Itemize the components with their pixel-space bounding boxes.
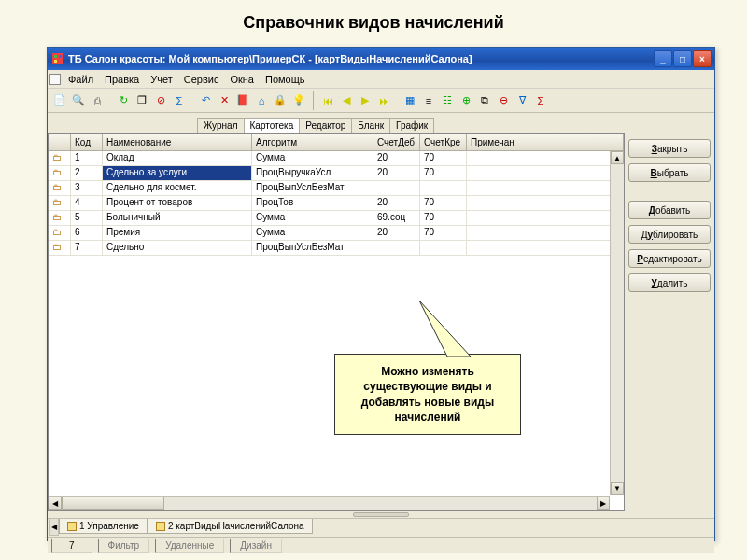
row-handle[interactable]: 🗀 [49,151,71,165]
sum-icon[interactable]: Σ [171,92,188,109]
add-rec-icon[interactable]: ⊕ [458,92,474,109]
next-icon[interactable]: ▶ [357,92,374,109]
cell-deb [374,181,420,195]
table-row[interactable]: 🗀5БольничныйСумма69.соц70 [49,211,624,226]
row-handle[interactable]: 🗀 [49,181,71,195]
cell-note [467,211,624,225]
cross-icon[interactable]: ✕ [216,92,233,109]
dup-rec-icon[interactable]: ⧉ [476,92,493,109]
cancel-icon[interactable]: ⊘ [152,92,169,109]
choose-button[interactable]: Выбрать [628,163,711,182]
open-icon[interactable]: 🔍 [70,92,87,109]
scroll-up-icon[interactable]: ▲ [611,151,624,164]
cell-alg: ПроцТов [252,196,374,210]
undo-icon[interactable]: ↶ [197,92,214,109]
row-handle[interactable]: 🗀 [49,166,71,180]
app-icon [51,52,64,65]
table-row[interactable]: 🗀6ПремияСумма2070 [49,226,624,241]
scroll-thumb[interactable] [62,497,164,510]
row-handle[interactable]: 🗀 [49,211,71,225]
scroll-right-icon[interactable]: ▶ [597,497,610,510]
first-icon[interactable]: ⏮ [319,92,336,109]
cell-kre [420,181,467,195]
row-handle[interactable]: 🗀 [49,196,71,210]
card-icon[interactable]: ☷ [439,92,456,109]
row-handle[interactable]: 🗀 [49,226,71,240]
tab-graphic[interactable]: График [389,118,434,133]
cell-deb: 20 [374,166,420,180]
bulb-icon[interactable]: 💡 [290,92,307,109]
menu-accounting[interactable]: Учет [145,72,178,87]
bottom-tab-2[interactable]: 2 картВидыНачисленийСалона [148,519,313,534]
list-icon[interactable]: ≡ [420,92,437,109]
scroll-left-icon[interactable]: ◀ [49,497,62,510]
close-window-button[interactable]: × [693,50,712,67]
sigma2-icon[interactable]: Σ [532,92,549,109]
prev-icon[interactable]: ◀ [338,92,355,109]
cell-deb: 69.соц [374,211,420,225]
bottom-tab-1[interactable]: 1 Управление [59,519,148,534]
folder-icon: 🗀 [52,227,62,237]
tab-journal[interactable]: Журнал [197,118,245,133]
table-row[interactable]: 🗀1ОкладСумма2070 [49,151,624,166]
tab-scroll-left-icon[interactable]: ◀ [49,519,59,536]
row-handle[interactable]: 🗀 [49,241,71,255]
filter-icon[interactable]: ∇ [514,92,530,109]
refresh-icon[interactable]: ↻ [115,92,132,109]
col-name[interactable]: Наименование [103,134,252,150]
col-note[interactable]: Примечан [467,134,624,150]
callout-tooltip: Можно изменять существующие виды и добав… [334,354,521,435]
minimize-button[interactable]: _ [654,50,672,67]
cell-note [467,241,624,255]
cell-name: Процент от товаров [103,196,252,210]
duplicate-button[interactable]: Дублировать [628,225,711,244]
scroll-down-icon[interactable]: ▼ [611,482,624,495]
tab-blank[interactable]: Бланк [351,118,390,133]
cell-kre: 70 [420,211,467,225]
col-algorithm[interactable]: Алгоритм [252,134,374,150]
close-button[interactable]: Закрыть [628,139,711,158]
status-deleted[interactable]: Удаленные [155,539,224,553]
menu-edit[interactable]: Правка [99,72,145,87]
add-button[interactable]: Добавить [628,201,711,219]
book-icon[interactable]: 📕 [234,92,251,109]
horizontal-scrollbar[interactable]: ◀ ▶ [49,496,610,510]
copy-icon[interactable]: ❐ [134,92,150,109]
table-row[interactable]: 🗀7СдельноПроцВыпУслБезМат [49,241,624,256]
menu-service[interactable]: Сервис [178,72,225,87]
data-grid[interactable]: Код Наименование Алгоритм СчетДеб СчетКр… [48,133,625,511]
tab-kartoteka[interactable]: Картотека [244,118,301,133]
menu-file[interactable]: Файл [63,72,99,87]
callout-tail-icon [419,301,494,357]
splitter-handle[interactable] [48,511,714,518]
cell-deb: 20 [374,151,420,165]
col-debit[interactable]: СчетДеб [374,134,420,150]
cell-alg: ПроцВыпУслБезМат [252,241,374,255]
col-code[interactable]: Код [71,134,103,150]
col-handle[interactable] [49,134,71,150]
menu-windows[interactable]: Окна [224,72,260,87]
cell-alg: Сумма [252,151,374,165]
status-filter[interactable]: Фильтр [98,539,150,553]
status-design[interactable]: Дизайн [230,539,282,553]
menu-help[interactable]: Помощь [260,72,311,87]
delete-button[interactable]: Удалить [628,273,711,292]
col-credit[interactable]: СчетКре [420,134,467,150]
home-icon[interactable]: ⌂ [253,92,270,109]
last-icon[interactable]: ⏭ [375,92,392,109]
view-tabs: Журнал Картотека Редактор Бланк График [48,113,714,133]
cell-deb: 20 [374,226,420,240]
lock-icon[interactable]: 🔒 [272,92,289,109]
table-row[interactable]: 🗀4Процент от товаровПроцТов2070 [49,196,624,211]
maximize-button[interactable]: □ [673,50,692,67]
tab-editor[interactable]: Редактор [299,118,352,133]
table-row[interactable]: 🗀3Сдельно для космет.ПроцВыпУслБезМат [49,181,624,196]
grid-icon[interactable]: ▦ [402,92,418,109]
edit-button[interactable]: Редактировать [628,249,711,268]
print-icon[interactable]: ⎙ [89,92,106,109]
del-rec-icon[interactable]: ⊖ [495,92,512,109]
cell-code: 3 [71,181,103,195]
vertical-scrollbar[interactable]: ▲ ▼ [610,151,624,495]
table-row[interactable]: 🗀2Сдельно за услугиПроцВыручкаУсл2070 [49,166,624,181]
new-icon[interactable]: 📄 [51,92,68,109]
